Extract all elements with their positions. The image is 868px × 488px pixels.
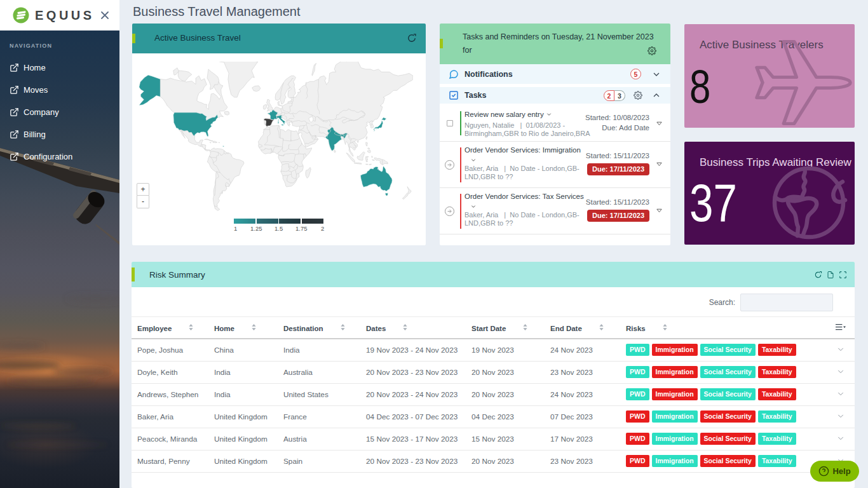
svg-text:EQUUS: EQUUS (35, 8, 95, 22)
